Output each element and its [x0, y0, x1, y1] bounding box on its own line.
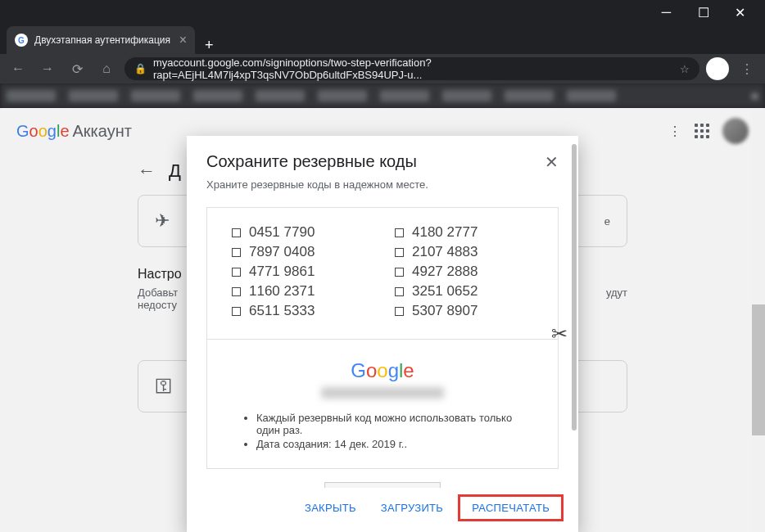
window-maximize[interactable]: ☐: [685, 0, 722, 25]
window-close[interactable]: ✕: [722, 0, 758, 25]
address-bar: ← → ⟳ ⌂ 🔒 myaccount.google.com/signinopt…: [0, 54, 765, 83]
nav-reload[interactable]: ⟳: [66, 57, 88, 80]
page-content: Google Аккаунт ⋮ ← Д ✈ е Настро Добавьт …: [0, 108, 765, 532]
backup-code: 4771 9861: [232, 264, 370, 280]
backup-code: 4927 2888: [395, 264, 533, 280]
extension-button[interactable]: [706, 57, 729, 80]
browser-tab[interactable]: G Двухэтапная аутентификация ×: [7, 26, 195, 54]
bookmark-star-icon[interactable]: ☆: [680, 63, 690, 75]
backup-codes-modal: Сохраните резервные коды ✕ Храните резер…: [187, 136, 578, 532]
nav-forward[interactable]: →: [36, 57, 59, 80]
backup-code: 3251 0652: [395, 283, 533, 300]
backup-code: 2107 4883: [395, 244, 533, 260]
backup-code: 1160 2371: [232, 283, 370, 300]
nav-back[interactable]: ←: [7, 57, 29, 80]
url-text: myaccount.google.com/signinoptions/two-s…: [153, 56, 673, 81]
notes-list: Каждый резервный код можно использовать …: [232, 412, 533, 450]
bookmarks-bar: »: [0, 83, 765, 108]
modal-scrollbar[interactable]: [572, 144, 577, 480]
backup-code: 6511 5333: [232, 303, 370, 319]
modal-footer: ЗАКРЫТЬ ЗАГРУЗИТЬ РАСПЕЧАТАТЬ: [187, 488, 578, 532]
print-button[interactable]: РАСПЕЧАТАТЬ: [458, 494, 564, 521]
url-input[interactable]: 🔒 myaccount.google.com/signinoptions/two…: [124, 57, 699, 80]
note-item: Каждый резервный код можно использовать …: [256, 412, 533, 436]
download-button[interactable]: ЗАГРУЗИТЬ: [371, 494, 453, 521]
nav-home[interactable]: ⌂: [95, 57, 118, 80]
lock-icon: 🔒: [134, 63, 147, 74]
browser-menu[interactable]: ⋮: [736, 57, 758, 80]
modal-close-icon[interactable]: ✕: [545, 152, 559, 172]
tab-close-icon[interactable]: ×: [179, 33, 187, 47]
modal-backdrop: Сохраните резервные коды ✕ Храните резер…: [0, 108, 765, 532]
backup-code: 5307 8907: [395, 303, 533, 319]
window-titlebar: ─ ☐ ✕: [0, 0, 765, 25]
tab-title: Двухэтапная аутентификация: [34, 34, 170, 46]
page-scrollbar[interactable]: [752, 108, 765, 532]
bookmarks-overflow[interactable]: »: [751, 88, 758, 103]
backup-code: 0451 7790: [232, 224, 370, 241]
get-codes-button[interactable]: ПОЛУЧИТЬ КОДЫ: [324, 482, 441, 488]
tab-favicon: G: [15, 34, 28, 47]
browser-chrome: ─ ☐ ✕ G Двухэтапная аутентификация × + ←…: [0, 0, 765, 108]
user-email-redacted: [321, 387, 444, 399]
note-item: Дата создания: 14 дек. 2019 г..: [256, 438, 533, 450]
backup-code: 7897 0408: [232, 244, 370, 260]
window-minimize[interactable]: ─: [648, 0, 685, 25]
modal-subtitle: Храните резервные коды в надежном месте.: [206, 178, 559, 191]
codes-container: 0451 7790 4180 2777 7897 0408 2107 4883 …: [206, 207, 559, 469]
new-tab-button[interactable]: +: [195, 37, 224, 54]
tab-bar: G Двухэтапная аутентификация × +: [0, 25, 765, 54]
scissors-icon: ✂: [551, 322, 568, 345]
backup-code: 4180 2777: [395, 224, 533, 241]
close-button[interactable]: ЗАКРЫТЬ: [295, 494, 366, 521]
google-logo: Google: [232, 359, 533, 382]
modal-title: Сохраните резервные коды: [206, 152, 417, 171]
